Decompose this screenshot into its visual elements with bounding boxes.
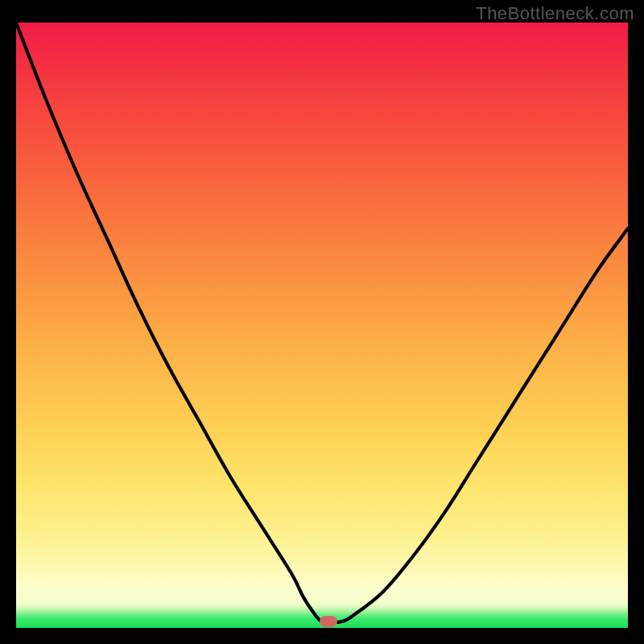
watermark-text: TheBottleneck.com bbox=[476, 3, 634, 24]
bottleneck-curve bbox=[16, 23, 628, 628]
chart-frame: TheBottleneck.com bbox=[0, 0, 644, 644]
selected-point-marker bbox=[320, 616, 337, 627]
plot-area bbox=[16, 23, 628, 628]
